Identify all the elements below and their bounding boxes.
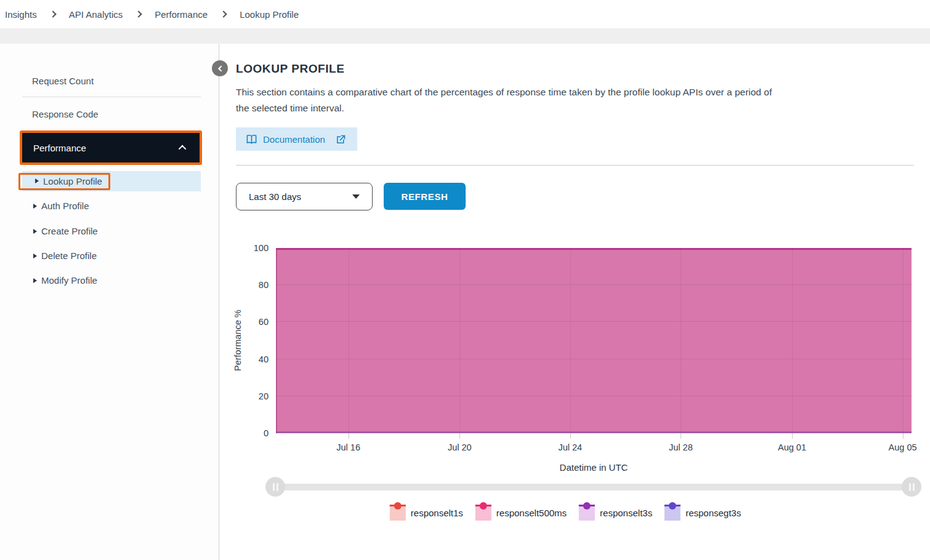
legend-item[interactable]: responsegt3s — [665, 505, 741, 521]
sidebar-subitem-label: Auth Profile — [41, 201, 89, 211]
breadcrumb-item-api-analytics[interactable]: API Analytics — [69, 9, 123, 20]
y-tick-label: 0 — [264, 428, 269, 438]
open-in-new-icon — [336, 134, 346, 145]
sidebar-item-response-code[interactable]: Response Code — [32, 109, 99, 119]
triangle-right-icon — [33, 254, 37, 258]
x-tick-mark — [349, 433, 349, 439]
triangle-right-icon — [33, 229, 37, 234]
sidebar-item-label: Performance — [33, 143, 86, 153]
plot-area[interactable] — [276, 248, 912, 433]
legend-swatch — [390, 505, 406, 521]
y-axis: 020406080100 — [234, 248, 269, 433]
gridline-vertical — [903, 248, 904, 433]
pause-bars-icon — [913, 483, 915, 491]
section-divider — [236, 165, 914, 166]
x-tick-mark — [570, 433, 571, 439]
page-title: LOOKUP PROFILE — [236, 62, 345, 76]
gridline-horizontal — [276, 321, 912, 322]
y-tick-label: 80 — [259, 280, 269, 290]
x-tick-mark — [681, 433, 681, 439]
legend-swatch — [579, 505, 595, 521]
x-tick-mark — [459, 433, 460, 439]
gridline-horizontal — [276, 284, 912, 285]
chevron-up-icon — [179, 145, 187, 153]
sidebar-divider — [22, 97, 201, 97]
chevron-right-icon — [135, 10, 142, 17]
sidebar-subitem-create-profile[interactable]: Create Profile — [0, 221, 219, 241]
legend-dot-icon — [394, 502, 402, 510]
gridline-horizontal — [276, 396, 912, 396]
sidebar-item-performance[interactable]: Performance — [20, 130, 202, 165]
sidebar-subitem-modify-profile[interactable]: Modify Profile — [0, 270, 219, 290]
breadcrumb-item-performance[interactable]: Performance — [155, 9, 208, 20]
open-book-icon — [246, 134, 257, 145]
range-slider-handle-left[interactable] — [265, 477, 285, 497]
x-tick-mark — [903, 433, 904, 439]
x-tick-label: Aug 01 — [778, 442, 806, 452]
gridline-horizontal — [276, 359, 912, 359]
x-tick-label: Jul 20 — [448, 442, 472, 452]
legend-swatch — [475, 505, 491, 521]
sidebar-subitem-label: Delete Profile — [41, 250, 97, 261]
area-series — [276, 248, 912, 433]
sidebar-item-request-count[interactable]: Request Count — [32, 76, 94, 86]
legend-dot-icon — [669, 502, 676, 510]
sidebar-subitem-delete-profile[interactable]: Delete Profile — [0, 246, 219, 266]
breadcrumb-item-insights[interactable]: Insights — [5, 9, 37, 20]
range-slider-handle-right[interactable] — [902, 477, 921, 497]
x-axis-title: Datetime in UTC — [560, 462, 628, 473]
chart-legend: responselt1sresponselt500msresponselt3sr… — [390, 505, 741, 521]
back-button[interactable] — [212, 60, 228, 76]
legend-label: responselt500ms — [496, 508, 567, 518]
gridline-vertical — [349, 248, 349, 433]
y-tick-label: 40 — [259, 354, 269, 364]
pause-bars-icon — [273, 483, 275, 491]
y-tick-label: 100 — [254, 243, 269, 253]
gridline-vertical — [792, 248, 793, 433]
y-tick-label: 20 — [259, 391, 269, 401]
pause-bars-icon — [909, 483, 911, 491]
legend-label: responsegt3s — [685, 508, 741, 518]
caret-down-icon — [352, 194, 360, 199]
x-tick-label: Jul 28 — [669, 442, 693, 452]
legend-label: responselt1s — [411, 508, 463, 518]
range-slider-track[interactable] — [275, 484, 912, 490]
header-divider-strip — [0, 28, 930, 44]
sidebar-subitem-lookup-profile[interactable]: Lookup Profile — [22, 171, 201, 191]
triangle-right-icon — [33, 204, 37, 209]
legend-swatch — [665, 505, 681, 521]
x-tick-label: Jul 24 — [558, 442, 582, 452]
legend-dot-icon — [480, 502, 487, 510]
annotation-box: Lookup Profile — [18, 173, 110, 190]
gridline-vertical — [681, 248, 681, 433]
time-range-dropdown[interactable]: Last 30 days — [236, 183, 373, 210]
gridline-vertical — [459, 248, 460, 433]
triangle-right-icon — [33, 278, 37, 283]
sidebar: Request Count Response Code Performance … — [0, 44, 219, 560]
documentation-button[interactable]: Documentation — [236, 127, 357, 151]
legend-item[interactable]: responselt3s — [579, 505, 652, 521]
app-window: Insights API Analytics Performance Looku… — [0, 0, 930, 560]
breadcrumb-item-lookup-profile: Lookup Profile — [240, 9, 299, 20]
legend-label: responselt3s — [600, 508, 652, 518]
sidebar-subitem-label: Lookup Profile — [43, 176, 102, 186]
x-tick-label: Aug 05 — [889, 442, 917, 452]
chevron-left-icon — [217, 65, 224, 71]
sidebar-subitem-auth-profile[interactable]: Auth Profile — [0, 196, 219, 216]
chevron-right-icon — [220, 10, 227, 17]
sidebar-subitem-label: Modify Profile — [41, 275, 97, 286]
gridline-vertical — [570, 248, 571, 433]
sidebar-subitem-label: Create Profile — [41, 226, 98, 236]
x-axis: Jul 16Jul 20Jul 24Jul 28Aug 01Aug 05 — [276, 433, 912, 460]
time-range-value: Last 30 days — [249, 191, 301, 202]
y-tick-label: 60 — [259, 317, 269, 327]
legend-item[interactable]: responselt1s — [390, 505, 463, 521]
chevron-right-icon — [49, 10, 56, 17]
x-tick-label: Jul 16 — [336, 442, 360, 452]
page-description: This section contains a comparative char… — [236, 84, 778, 116]
refresh-button[interactable]: REFRESH — [384, 183, 466, 210]
documentation-label: Documentation — [263, 134, 325, 145]
legend-item[interactable]: responselt500ms — [475, 505, 567, 521]
pause-bars-icon — [277, 483, 278, 491]
triangle-right-icon — [35, 178, 39, 183]
